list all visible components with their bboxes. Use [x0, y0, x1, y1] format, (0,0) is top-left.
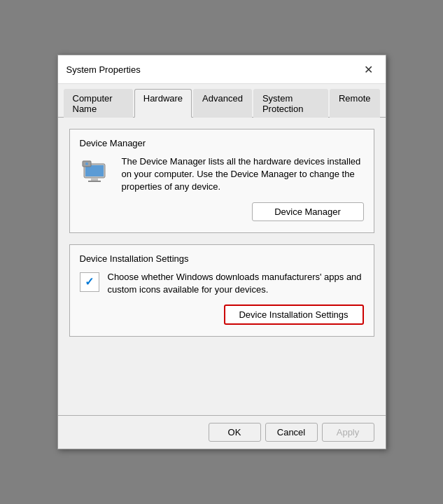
main-content: Device Manager The Device Manager lists …: [58, 118, 386, 415]
system-properties-window: System Properties ✕ Computer Name Hardwa…: [57, 55, 386, 449]
device-installation-checkbox[interactable]: ✓: [80, 272, 99, 292]
title-bar: System Properties ✕: [58, 55, 386, 84]
device-manager-icon: [80, 155, 113, 189]
content-spacer: [69, 348, 374, 404]
tab-computer-name[interactable]: Computer Name: [64, 89, 133, 118]
tab-remote[interactable]: Remote: [330, 89, 380, 118]
tab-system-protection[interactable]: System Protection: [253, 89, 328, 118]
close-button[interactable]: ✕: [360, 61, 377, 78]
device-installation-button[interactable]: Device Installation Settings: [224, 304, 364, 325]
device-manager-button[interactable]: Device Manager: [252, 202, 364, 221]
device-manager-description: The Device Manager lists all the hardwar…: [122, 155, 364, 194]
device-installation-description: Choose whether Windows downloads manufac…: [108, 271, 364, 296]
svg-rect-2: [91, 178, 98, 181]
tab-bar: Computer Name Hardware Advanced System P…: [58, 84, 386, 118]
apply-button[interactable]: Apply: [322, 423, 374, 442]
window-title: System Properties: [66, 64, 141, 75]
checkmark-icon: ✓: [85, 275, 94, 288]
device-installation-section: Device Installation Settings ✓ Choose wh…: [69, 244, 374, 337]
svg-point-5: [85, 162, 88, 165]
device-manager-section: Device Manager The Device Manager lists …: [69, 129, 374, 233]
footer-bar: OK Cancel Apply: [58, 415, 386, 449]
ok-button[interactable]: OK: [209, 423, 261, 442]
device-installation-title: Device Installation Settings: [80, 253, 364, 264]
cancel-button[interactable]: Cancel: [265, 423, 318, 442]
tab-advanced[interactable]: Advanced: [193, 89, 252, 118]
device-manager-title: Device Manager: [80, 138, 364, 148]
svg-rect-3: [88, 181, 101, 182]
tab-hardware[interactable]: Hardware: [134, 89, 192, 118]
